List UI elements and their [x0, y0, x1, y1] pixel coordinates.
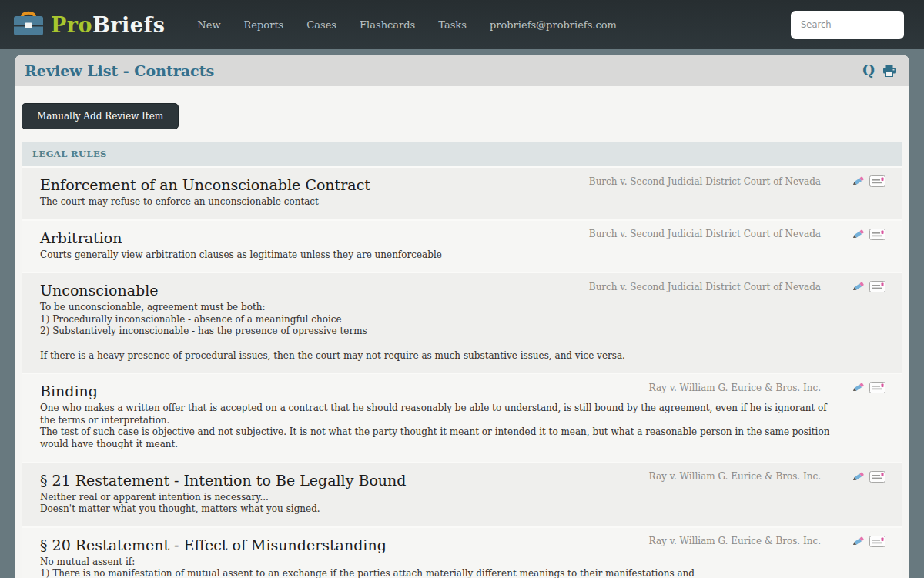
rule-description: Courts generally view arbitration clause…	[40, 249, 833, 262]
nav-item-tasks[interactable]: Tasks	[438, 19, 467, 31]
page-title: Review List - Contracts	[25, 62, 214, 79]
panel-body: Manually Add Review Item LEGAL RULES Enf…	[15, 86, 909, 578]
rule-row: Enforcement of an Unconscionable Contrac…	[22, 166, 902, 219]
nav-item-new[interactable]: New	[197, 19, 220, 31]
rule-description: Neither real or apparent intention is ne…	[40, 492, 833, 516]
search-container	[791, 11, 904, 39]
rule-case-citation: Ray v. William G. Eurice & Bros. Inc.	[649, 383, 821, 393]
flashcard-icon[interactable]	[869, 471, 886, 483]
edit-pencil-icon[interactable]	[852, 228, 865, 241]
edit-pencil-icon[interactable]	[852, 535, 865, 548]
brand-name: ProBriefs	[51, 13, 165, 37]
search-input[interactable]	[791, 11, 904, 39]
rule-case-citation: Burch v. Second Judicial District Court …	[589, 176, 821, 187]
panel-header-actions: Q	[862, 64, 896, 78]
rule-description: No mutual assent if: 1) There is no mani…	[40, 556, 833, 578]
rule-description: The court may refuse to enforce an uncon…	[40, 196, 833, 209]
rule-side: Burch v. Second Judicial District Court …	[589, 228, 886, 241]
rule-row: Arbitration Courts generally view arbitr…	[22, 219, 902, 272]
legal-rules-section-header: LEGAL RULES	[22, 142, 902, 166]
quiz-icon[interactable]: Q	[862, 64, 875, 78]
edit-pencil-icon[interactable]	[852, 280, 865, 293]
briefcase-icon	[12, 10, 45, 39]
nav-item-cases[interactable]: Cases	[306, 19, 336, 31]
panel-header: Review List - Contracts Q	[15, 55, 909, 86]
rule-case-citation: Burch v. Second Judicial District Court …	[589, 229, 821, 239]
edit-pencil-icon[interactable]	[852, 470, 865, 483]
flashcard-icon[interactable]	[869, 536, 886, 547]
rule-side: Ray v. William G. Eurice & Bros. Inc.	[649, 470, 886, 483]
rule-side: Ray v. William G. Eurice & Bros. Inc.	[649, 535, 886, 548]
rule-side: Ray v. William G. Eurice & Bros. Inc.	[649, 381, 886, 394]
rule-row: § 21 Restatement - Intention to Be Legal…	[22, 462, 902, 526]
rule-row: § 20 Restatement - Effect of Misundersta…	[22, 526, 902, 578]
nav-item-reports[interactable]: Reports	[244, 19, 284, 31]
rule-case-citation: Ray v. William G. Eurice & Bros. Inc.	[649, 471, 821, 482]
flashcard-icon[interactable]	[869, 229, 886, 240]
rule-side: Burch v. Second Judicial District Court …	[589, 280, 886, 293]
flashcard-icon[interactable]	[869, 281, 886, 292]
rule-row: Unconscionable To be unconscionable, agr…	[22, 272, 902, 373]
edit-pencil-icon[interactable]	[852, 175, 865, 188]
rule-case-citation: Ray v. William G. Eurice & Bros. Inc.	[649, 536, 821, 546]
flashcard-icon[interactable]	[869, 382, 886, 393]
rule-description: To be unconscionable, agreement must be …	[40, 302, 833, 362]
rule-side: Burch v. Second Judicial District Court …	[589, 175, 886, 188]
rule-case-citation: Burch v. Second Judicial District Court …	[589, 282, 821, 292]
rule-row: Binding One who makes a written offer th…	[22, 373, 902, 461]
main-nav: New Reports Cases Flashcards Tasks	[197, 19, 467, 31]
rule-description: One who makes a written offer that is ac…	[40, 403, 833, 450]
print-icon[interactable]	[882, 65, 896, 77]
brand-logo[interactable]: ProBriefs	[12, 10, 165, 39]
review-list-panel: Review List - Contracts Q Manually Add R…	[15, 55, 909, 578]
nav-item-flashcards[interactable]: Flashcards	[360, 19, 415, 31]
account-email[interactable]: probriefs@probriefs.com	[490, 19, 617, 31]
top-navbar: ProBriefs New Reports Cases Flashcards T…	[0, 0, 924, 49]
flashcard-icon[interactable]	[869, 175, 886, 187]
edit-pencil-icon[interactable]	[852, 381, 865, 394]
manually-add-review-item-button[interactable]: Manually Add Review Item	[22, 103, 179, 129]
legal-rules-list: Enforcement of an Unconscionable Contrac…	[22, 166, 902, 578]
